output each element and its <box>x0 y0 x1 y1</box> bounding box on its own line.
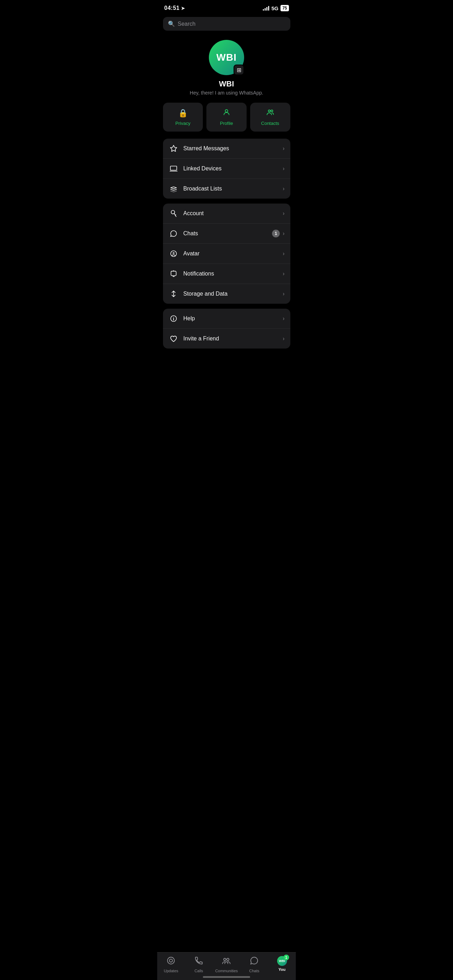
svg-point-12 <box>173 317 174 318</box>
chevron-icon: › <box>283 336 285 342</box>
profile-name[interactable]: WBI <box>219 80 234 89</box>
avatar-icon <box>168 249 178 259</box>
info-icon <box>168 313 178 323</box>
storage-icon <box>168 289 178 299</box>
notifications-label: Notifications <box>183 270 283 277</box>
status-right: 5G 75 <box>263 5 289 11</box>
broadcast-icon <box>168 184 178 194</box>
star-icon <box>168 143 178 153</box>
profile-section: WBI ⊞ WBI Hey, there! I am using WhatsAp… <box>157 37 296 103</box>
avatar-item[interactable]: Avatar › <box>163 244 290 264</box>
avatar-label: Avatar <box>183 250 283 257</box>
starred-messages-label: Starred Messages <box>183 145 283 152</box>
invite-item[interactable]: Invite a Friend › <box>163 329 290 348</box>
svg-marker-3 <box>170 145 176 151</box>
search-bar[interactable]: 🔍 Search <box>163 17 290 31</box>
svg-rect-4 <box>170 166 177 170</box>
search-container: 🔍 Search <box>157 13 296 37</box>
menu-section-3: Help › Invite a Friend › <box>163 309 290 348</box>
chevron-icon: › <box>283 270 285 277</box>
svg-point-0 <box>225 110 227 112</box>
broadcast-lists-item[interactable]: Broadcast Lists › <box>163 179 290 199</box>
location-icon: ➤ <box>181 6 185 11</box>
signal-bar-2 <box>265 8 265 11</box>
avatar-text: WBI <box>216 52 236 63</box>
privacy-button[interactable]: 🔒 Privacy <box>163 103 203 132</box>
chevron-icon: › <box>283 291 285 297</box>
chats-item[interactable]: Chats 1 › <box>163 224 290 244</box>
chevron-icon: › <box>283 165 285 172</box>
key-icon <box>168 208 178 218</box>
heart-icon <box>168 334 178 344</box>
storage-item[interactable]: Storage and Data › <box>163 284 290 304</box>
menu-section-2: Account › Chats 1 › Avatar › <box>163 204 290 304</box>
account-label: Account <box>183 210 283 216</box>
status-time: 04:51 <box>164 5 180 11</box>
quick-actions: 🔒 Privacy Profile Contacts <box>157 103 296 138</box>
page-content: 🔍 Search WBI ⊞ WBI Hey, there! I am usin… <box>157 13 296 382</box>
profile-label: Profile <box>220 121 233 126</box>
privacy-label: Privacy <box>175 121 191 126</box>
chat-icon <box>168 229 178 239</box>
linked-devices-label: Linked Devices <box>183 165 283 172</box>
invite-label: Invite a Friend <box>183 336 283 342</box>
chats-badge: 1 <box>272 230 280 237</box>
bell-icon <box>168 269 178 279</box>
storage-label: Storage and Data <box>183 291 283 297</box>
signal-bar-1 <box>263 9 264 11</box>
avatar-container[interactable]: WBI ⊞ <box>209 40 244 75</box>
chevron-icon: › <box>283 315 285 322</box>
laptop-icon <box>168 164 178 173</box>
svg-point-1 <box>268 110 270 112</box>
help-item[interactable]: Help › <box>163 309 290 329</box>
person-icon <box>223 108 230 118</box>
qr-icon: ⊞ <box>237 67 241 73</box>
chevron-icon: › <box>283 210 285 216</box>
status-bar: 04:51 ➤ 5G 75 <box>157 0 296 13</box>
profile-button[interactable]: Profile <box>207 103 246 132</box>
chevron-icon: › <box>283 186 285 192</box>
starred-messages-item[interactable]: Starred Messages › <box>163 138 290 159</box>
chevron-icon: › <box>283 145 285 152</box>
help-label: Help <box>183 315 283 322</box>
signal-bar-3 <box>266 7 267 11</box>
signal-bars <box>263 6 269 11</box>
svg-rect-9 <box>171 271 176 276</box>
chevron-icon: › <box>283 231 285 237</box>
battery-indicator: 75 <box>280 5 289 11</box>
broadcast-lists-label: Broadcast Lists <box>183 186 283 192</box>
contacts-label: Contacts <box>261 121 279 126</box>
search-icon: 🔍 <box>168 21 175 27</box>
linked-devices-item[interactable]: Linked Devices › <box>163 159 290 179</box>
contacts-icon <box>266 108 274 118</box>
lock-icon: 🔒 <box>178 109 188 118</box>
network-label: 5G <box>271 5 278 11</box>
menu-section-1: Starred Messages › Linked Devices › B <box>163 138 290 199</box>
account-item[interactable]: Account › <box>163 204 290 224</box>
signal-bar-4 <box>268 6 269 11</box>
battery-level: 75 <box>282 6 287 11</box>
contacts-button[interactable]: Contacts <box>250 103 290 132</box>
qr-badge[interactable]: ⊞ <box>234 65 244 75</box>
chevron-icon: › <box>283 250 285 257</box>
svg-point-2 <box>271 110 273 112</box>
chats-label: Chats <box>183 231 272 237</box>
profile-status: Hey, there! I am using WhatsApp. <box>190 90 263 95</box>
notifications-item[interactable]: Notifications › <box>163 264 290 284</box>
search-input[interactable]: Search <box>178 21 196 27</box>
